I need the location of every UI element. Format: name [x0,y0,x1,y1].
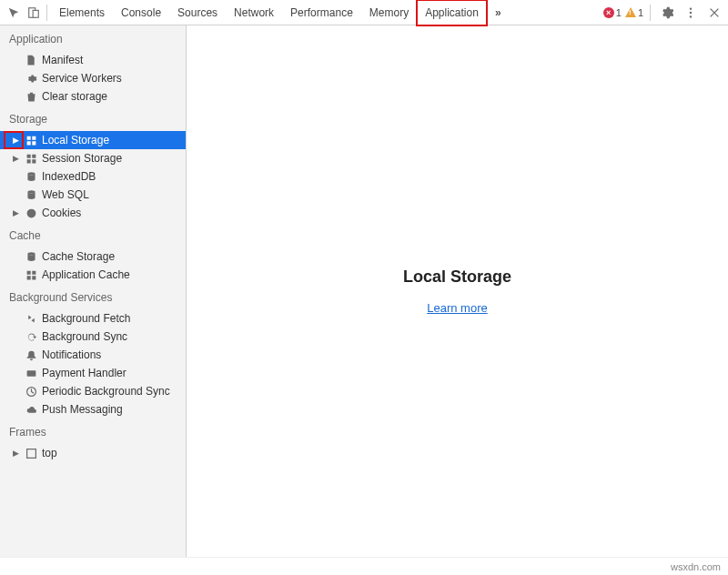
sidebar-item-label: Cache Storage [42,250,115,263]
tab-application[interactable]: Application [418,1,486,25]
sidebar-item-label: Local Storage [42,134,109,146]
db-icon [24,171,38,183]
settings-icon[interactable] [657,3,677,23]
sidebar-item-cache-storage[interactable]: Cache Storage [0,247,186,266]
svg-point-4 [690,15,692,17]
toolbar-separator [650,5,651,21]
disclosure-triangle-icon[interactable]: ▶ [11,136,20,145]
sidebar-item-background-fetch[interactable]: Background Fetch [0,309,186,328]
sidebar-group-header: Frames [0,419,186,444]
sidebar-item-push-messaging[interactable]: Push Messaging [0,400,186,419]
sidebar-item-label: Manifest [42,54,83,66]
sidebar-item-indexeddb[interactable]: IndexedDB [0,167,186,186]
card-icon [24,368,38,379]
sidebar-item-label: Periodic Background Sync [42,385,170,398]
tab-performance[interactable]: Performance [283,1,360,25]
sidebar-item-label: Background Fetch [42,312,130,325]
sidebar-item-label: Session Storage [42,152,122,165]
sidebar-item-label: Web SQL [42,188,89,201]
grid-icon [24,269,38,281]
sidebar-item-local-storage[interactable]: ▶Local Storage [0,131,186,149]
trash-icon [24,91,38,103]
error-icon: × [603,7,614,18]
devtools-tabs: Elements Console Sources Network Perform… [52,1,509,25]
tab-sources[interactable]: Sources [170,1,225,25]
sidebar-group-header: Application [0,25,186,51]
device-toolbar-icon[interactable] [24,3,44,23]
sidebar-item-cookies[interactable]: ▶Cookies [0,204,186,222]
sidebar-item-clear-storage[interactable]: Clear storage [0,87,186,106]
main-panel: Local Storage Learn more [187,25,728,557]
tab-console[interactable]: Console [114,1,168,25]
tab-network[interactable]: Network [227,1,281,25]
tabs-overflow-icon[interactable]: » [488,1,509,25]
sidebar-item-label: Payment Handler [42,367,126,379]
grid-icon [24,135,38,146]
sidebar-item-label: IndexedDB [42,170,96,183]
db-icon [24,189,38,201]
sidebar-group-header: Background Services [0,284,186,309]
cookie-icon [24,207,38,219]
sidebar-item-service-workers[interactable]: Service Workers [0,69,186,87]
warning-count-value: 1 [638,7,643,18]
file-icon [24,55,38,66]
sidebar-item-label: top [42,447,57,459]
disclosure-triangle-icon[interactable]: ▶ [11,154,20,163]
db-icon [24,251,38,263]
sidebar-item-label: Service Workers [42,72,122,85]
sidebar-item-label: Cookies [42,207,81,219]
sidebar-item-label: Push Messaging [42,403,123,416]
sidebar-item-web-sql[interactable]: Web SQL [0,186,186,204]
sidebar-item-label: Background Sync [42,330,127,343]
disclosure-triangle-icon[interactable]: ▶ [11,449,20,458]
tab-memory[interactable]: Memory [362,1,416,25]
warning-icon [625,7,636,17]
bell-icon [24,349,38,361]
sidebar-item-background-sync[interactable]: Background Sync [0,328,186,346]
kebab-menu-icon[interactable] [681,3,701,23]
svg-point-2 [690,7,692,9]
sidebar-item-application-cache[interactable]: Application Cache [0,266,186,284]
warning-count[interactable]: 1 [625,7,643,18]
error-count-value: 1 [616,7,622,18]
sidebar-item-label: Clear storage [42,90,107,103]
disclosure-triangle-icon[interactable]: ▶ [11,208,20,217]
tab-elements[interactable]: Elements [52,1,112,25]
sidebar-item-label: Notifications [42,348,101,361]
toolbar-separator [46,5,47,21]
sidebar-item-notifications[interactable]: Notifications [0,346,186,364]
footer-credit: wsxdn.com [671,561,721,572]
sidebar-group-header: Cache [0,222,186,247]
clock-icon [24,386,38,398]
page-footer: wsxdn.com [0,557,728,575]
gear-icon [24,73,38,85]
panel-title: Local Storage [403,267,511,287]
sidebar-group-header: Storage [0,106,186,131]
sidebar-item-session-storage[interactable]: ▶Session Storage [0,149,186,167]
svg-rect-1 [33,10,38,17]
frame-icon [24,448,38,459]
inspect-element-icon[interactable] [4,3,24,23]
sidebar-item-manifest[interactable]: Manifest [0,51,186,69]
application-sidebar: ApplicationManifestService WorkersClear … [0,25,187,557]
cloud-icon [24,404,38,416]
grid-icon [24,153,38,165]
arrows-icon [24,313,38,325]
sync-icon [24,331,38,343]
error-count[interactable]: × 1 [603,7,622,18]
svg-point-3 [690,11,692,13]
sidebar-item-top[interactable]: ▶top [0,444,186,462]
sidebar-item-label: Application Cache [42,268,130,281]
learn-more-link[interactable]: Learn more [427,301,487,315]
devtools-toolbar: Elements Console Sources Network Perform… [0,0,728,25]
close-devtools-icon[interactable] [704,3,724,23]
sidebar-item-payment-handler[interactable]: Payment Handler [0,364,186,382]
sidebar-item-periodic-background-sync[interactable]: Periodic Background Sync [0,382,186,400]
